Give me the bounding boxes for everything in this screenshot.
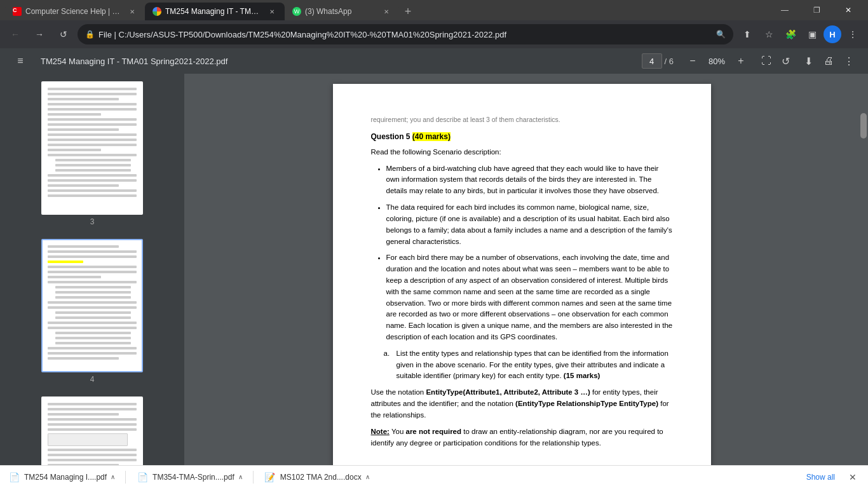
q5-marks: (40 marks): [412, 132, 451, 141]
notation-bold-1: EntityType(Attribute1, Attribute2, Attri…: [426, 388, 590, 396]
dl1-name: TM254 Managing I....pdf: [24, 473, 107, 482]
tab-whatsapp-label: (3) WhatsApp: [305, 7, 377, 16]
note-label: Note:: [371, 428, 390, 435]
pdf-title: TM254 Managing IT - TMA01 Spring2021-202…: [41, 57, 637, 66]
zoom-out-button[interactable]: −: [684, 52, 702, 70]
tabs-area: C Computer Science Help | Chegg... ✕ TM2…: [5, 0, 770, 20]
thumbnail-3-image: [41, 81, 143, 215]
pdf-zoom-controls: − 80% +: [684, 52, 750, 70]
q5-heading: Question 5 (40 marks): [371, 131, 673, 143]
profile-button[interactable]: H: [824, 25, 841, 43]
more-button[interactable]: ⋮: [843, 24, 863, 44]
maximize-button[interactable]: ❐: [802, 0, 831, 20]
note-not-required: are not required: [405, 428, 461, 435]
pdf-main[interactable]: requirement; you and describe at least 3…: [184, 74, 859, 465]
dl1-chevron[interactable]: ∧: [111, 473, 115, 480]
pdf-page-sep: / 6: [665, 57, 674, 66]
download-item-2: 📄 TM354-TMA-Sprin....pdf ∧: [136, 471, 243, 484]
thumbnail-3-num: 3: [90, 217, 95, 226]
chegg-favicon: C: [13, 7, 22, 16]
bullet-3: For each bird there may be a number of o…: [386, 252, 673, 343]
thumbnail-4-num: 4: [90, 375, 95, 384]
tab-pdf[interactable]: TM254 Managing IT - TMA01 Sp... ✕: [145, 3, 285, 20]
sub-item-a-label: a.: [384, 348, 397, 382]
pdf-download-button[interactable]: ⬇: [799, 52, 817, 70]
tab-chegg-close[interactable]: ✕: [127, 6, 137, 17]
note-line: Note: You are not required to draw an en…: [371, 426, 673, 449]
dl2-chevron[interactable]: ∧: [238, 473, 243, 480]
q5-label: Question 5: [371, 132, 412, 141]
dl2-icon: 📄: [136, 471, 149, 484]
url-bar[interactable]: 🔒 File | C:/Users/ASUS-TP500/Downloads/T…: [78, 24, 733, 44]
tab-chegg[interactable]: C Computer Science Help | Chegg... ✕: [5, 3, 145, 20]
pdf-toolbar-right: ⬇ 🖨 ⋮: [799, 52, 858, 70]
lock-icon: 🔒: [85, 30, 95, 39]
pdf-menu-button[interactable]: ≡: [10, 51, 31, 71]
url-text: File | C:/Users/ASUS-TP500/Downloads/TM2…: [98, 30, 712, 39]
new-tab-button[interactable]: +: [399, 3, 417, 20]
q5-intro: Read the following Scenario description:: [371, 147, 673, 158]
bullet-list: Members of a bird-watching club have agr…: [384, 163, 673, 343]
thumbnail-4-image: [41, 239, 143, 372]
thumbnail-sidebar: 3: [0, 74, 184, 465]
bullet-2: The data required for each bird includes…: [386, 202, 673, 247]
tab-pdf-close[interactable]: ✕: [267, 6, 277, 17]
scrollbar-thumb: [860, 113, 867, 139]
thumbnail-4[interactable]: 4: [39, 236, 146, 386]
dl3-icon: 📝: [264, 471, 276, 484]
pdf-more-button[interactable]: ⋮: [840, 52, 858, 70]
thumbnail-5-image: [41, 396, 143, 465]
notation-bold-2: (EntityType RelationshipType EntityType): [515, 400, 658, 407]
thumbnail-3[interactable]: 3: [39, 79, 146, 229]
right-scrollbar[interactable]: [859, 74, 868, 465]
search-icon: 🔍: [716, 30, 726, 39]
forward-button[interactable]: →: [29, 24, 50, 44]
share-button[interactable]: ⬆: [737, 24, 757, 44]
pdf-page: requirement; you and describe at least 3…: [333, 84, 711, 465]
downloads-close-button[interactable]: ✕: [845, 470, 860, 485]
dl-sep-2: [253, 471, 254, 484]
tab-pdf-label: TM254 Managing IT - TMA01 Sp...: [165, 7, 263, 16]
split-view-button[interactable]: ▣: [802, 24, 822, 44]
window-controls: — ❐ ✕: [770, 0, 863, 20]
address-bar: ← → ↺ 🔒 File | C:/Users/ASUS-TP500/Downl…: [0, 20, 868, 48]
rotate-button[interactable]: ↺: [776, 52, 794, 70]
bookmark-button[interactable]: ☆: [759, 24, 779, 44]
zoom-level: 80%: [704, 57, 729, 66]
zoom-in-button[interactable]: +: [732, 52, 750, 70]
sub-item-a: a. List the entity types and relationshi…: [384, 348, 673, 382]
tab-chegg-label: Computer Science Help | Chegg...: [25, 7, 123, 16]
pdf-toolbar: ≡ TM254 Managing IT - TMA01 Spring2021-2…: [0, 48, 868, 74]
dl3-name: MS102 TMA 2nd....docx: [280, 473, 362, 482]
extension-button[interactable]: 🧩: [780, 24, 801, 44]
whatsapp-favicon: W: [292, 7, 301, 16]
reload-button[interactable]: ↺: [53, 24, 74, 44]
dl3-chevron[interactable]: ∧: [365, 473, 370, 480]
back-button[interactable]: ←: [5, 24, 25, 44]
title-bar: C Computer Science Help | Chegg... ✕ TM2…: [0, 0, 868, 20]
tab-whatsapp[interactable]: W (3) WhatsApp ✕: [285, 3, 399, 20]
show-all-button[interactable]: Show all: [806, 473, 835, 482]
bullet-1: Members of a bird-watching club have agr…: [386, 163, 673, 197]
close-button[interactable]: ✕: [834, 0, 863, 20]
pdf-page-controls: / 6: [642, 53, 674, 69]
download-item-1: 📄 TM254 Managing I....pdf ∧: [8, 471, 115, 484]
dl2-name: TM354-TMA-Sprin....pdf: [153, 473, 234, 482]
downloads-bar: 📄 TM254 Managing I....pdf ∧ 📄 TM354-TMA-…: [0, 465, 868, 488]
minimize-button[interactable]: —: [770, 0, 799, 20]
thumbnail-5[interactable]: 5: [39, 394, 146, 465]
fit-page-button[interactable]: ⛶: [757, 52, 775, 70]
pdf-top-text: requirement; you and describe at least 3…: [371, 114, 673, 125]
download-item-3: 📝 MS102 TMA 2nd....docx ∧: [264, 471, 370, 484]
notation-paragraph: Use the notation EntityType(Attribute1, …: [371, 387, 673, 421]
toolbar-icons: ⬆ ☆ 🧩 ▣ H ⋮: [737, 24, 863, 44]
dl-sep-1: [125, 471, 126, 484]
tab-whatsapp-close[interactable]: ✕: [381, 6, 391, 17]
sub-item-a-text: List the entity types and relationship t…: [397, 348, 673, 382]
pdf-favicon: [153, 7, 161, 16]
pdf-viewer: 3: [0, 74, 868, 465]
pdf-print-button[interactable]: 🖨: [820, 52, 837, 70]
dl1-icon: 📄: [8, 471, 20, 484]
pdf-page-input[interactable]: [642, 53, 662, 69]
